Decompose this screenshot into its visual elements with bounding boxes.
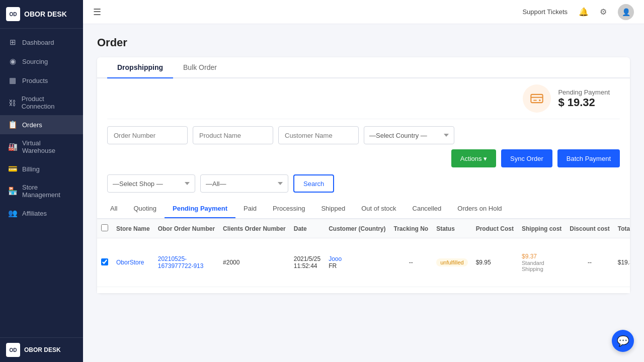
row-store-name: OborStore: [112, 238, 154, 287]
col-product-cost: Product Cost: [472, 219, 518, 238]
sidebar-item-affiliates[interactable]: 👥 Affiliates: [0, 204, 83, 223]
select-country-dropdown[interactable]: —Select Country —: [364, 126, 454, 144]
sync-order-button[interactable]: Sync Order: [501, 149, 552, 167]
order-tab-orders-on-hold[interactable]: Orders on Hold: [449, 200, 510, 218]
col-discount-cost: Discount cost: [566, 219, 613, 238]
page-title: Order: [97, 36, 630, 49]
topbar: ☰ Support Tickets 🔔 ⚙ 👤: [83, 0, 644, 24]
order-tab-cancelled[interactable]: Cancelled: [405, 200, 450, 218]
sidebar-nav: ⊞ Dashboard ◉ Sourcing ▦ Products ⛓ Prod…: [0, 29, 83, 337]
sidebar-item-label: Orders: [22, 121, 42, 129]
dashboard-icon: ⊞: [8, 38, 17, 47]
products-icon: ▦: [8, 76, 17, 85]
row-checkbox-cell: [97, 238, 112, 287]
sidebar-item-sourcing[interactable]: ◉ Sourcing: [0, 52, 83, 71]
col-status: Status: [432, 219, 471, 238]
order-tab-processing[interactable]: Processing: [265, 200, 313, 218]
row-status: unfulfilled: [432, 238, 471, 287]
order-status-tabs: All Quoting Pending Payment Paid Process…: [97, 200, 630, 219]
affiliates-icon: 👥: [8, 209, 17, 218]
sidebar-item-store-management[interactable]: 🏪 Store Management: [0, 178, 83, 204]
sidebar-footer: OD OBOR DESK: [0, 337, 83, 362]
footer-logo: OD: [6, 343, 20, 357]
orders-table-wrap: Store Name Obor Order Number Clients Ord…: [97, 219, 630, 293]
tab-bulk-order[interactable]: Bulk Order: [173, 57, 227, 78]
avatar[interactable]: 👤: [618, 4, 634, 20]
avatar-icon: 👤: [622, 8, 630, 16]
search-button[interactable]: Search: [293, 174, 334, 193]
order-tab-paid[interactable]: Paid: [235, 200, 265, 218]
sidebar-item-label: Store Management: [22, 184, 75, 199]
row-clients-order-number: #2000: [219, 238, 290, 287]
batch-payment-button[interactable]: Batch Payment: [557, 149, 620, 167]
main: ☰ Support Tickets 🔔 ⚙ 👤 Order Dropshippi…: [83, 0, 644, 362]
sidebar-item-virtual-warehouse[interactable]: 🏭 Virtual Warehouse: [0, 134, 83, 159]
table-row: OborStore 20210525-1673977722-913 #2000 …: [97, 238, 630, 287]
col-shipping-cost: Shipping cost: [518, 219, 566, 238]
order-number-input[interactable]: [107, 126, 188, 144]
store-name-link[interactable]: OborStore: [116, 259, 144, 266]
sidebar-item-dashboard[interactable]: ⊞ Dashboard: [0, 33, 83, 52]
content-area: Order Dropshipping Bulk Order: [83, 24, 644, 362]
customer-link[interactable]: Jooo: [329, 255, 385, 262]
app-name: OBOR DESK: [24, 10, 67, 18]
col-store-name: Store Name: [112, 219, 154, 238]
row-discount-cost: --: [566, 238, 613, 287]
sidebar-item-label: Affiliates: [22, 210, 47, 217]
obor-order-link[interactable]: 20210525-1673977722-913: [158, 255, 204, 269]
support-tickets-link[interactable]: Support Tickets: [522, 8, 568, 16]
pending-payment-widget: Pending Payment $ 19.32: [107, 78, 620, 119]
sidebar-item-orders[interactable]: 📋 Orders: [0, 115, 83, 134]
chat-widget[interactable]: 💬: [612, 330, 634, 352]
pending-payment-label: Pending Payment: [558, 88, 610, 96]
select-all-checkbox[interactable]: [101, 224, 108, 231]
hamburger-button[interactable]: ☰: [93, 7, 101, 18]
row-total-cost: $19.32: [614, 238, 630, 287]
customer-name-input[interactable]: [278, 126, 359, 144]
col-date: Date: [290, 219, 325, 238]
sidebar-item-label: Products: [22, 77, 48, 84]
sourcing-icon: ◉: [8, 57, 17, 66]
bell-icon[interactable]: 🔔: [579, 7, 589, 17]
row-customer: Jooo FR: [325, 238, 389, 287]
row-shipping-cost: $9.37 Standard Shipping: [518, 238, 566, 287]
sidebar-item-label: Virtual Warehouse: [22, 139, 75, 154]
row-checkbox[interactable]: [101, 258, 108, 265]
row-product-cost: $9.95: [472, 238, 518, 287]
row-obor-order-number: 20210525-1673977722-913: [154, 238, 219, 287]
svg-point-1: [539, 100, 541, 102]
order-tab-pending-payment[interactable]: Pending Payment: [165, 200, 235, 218]
status-badge: unfulfilled: [436, 258, 467, 266]
pending-payment-amount: $ 19.32: [558, 96, 610, 109]
sidebar-item-products[interactable]: ▦ Products: [0, 71, 83, 90]
sidebar: OD OBOR DESK ⊞ Dashboard ◉ Sourcing ▦ Pr…: [0, 0, 83, 362]
order-tab-out-of-stock[interactable]: Out of stock: [353, 200, 404, 218]
col-clients-order-number: Clients Order Number: [219, 219, 290, 238]
footer-app-name: OBOR DESK: [24, 346, 61, 353]
tab-dropshipping[interactable]: Dropshipping: [107, 57, 173, 78]
settings-icon[interactable]: ⚙: [600, 7, 607, 17]
order-tab-quoting[interactable]: Quoting: [125, 200, 165, 218]
row-date: 2021/5/25 11:52:44: [290, 238, 325, 287]
shipping-type: Standard Shipping: [522, 260, 561, 272]
product-connection-icon: ⛓: [8, 99, 17, 107]
col-checkbox: [97, 219, 112, 238]
product-name-input[interactable]: [193, 126, 273, 144]
sidebar-item-product-connection[interactable]: ⛓ Product Connection: [0, 90, 83, 115]
order-tab-all[interactable]: All: [102, 200, 125, 218]
sidebar-item-label: Billing: [22, 165, 40, 173]
pending-payment-icon: [523, 84, 551, 113]
sidebar-item-label: Product Connection: [22, 95, 75, 110]
col-obor-order-number: Obor Order Number: [154, 219, 219, 238]
billing-icon: 💳: [8, 164, 17, 173]
svg-rect-0: [531, 95, 543, 103]
order-card: Dropshipping Bulk Order Pendin: [97, 57, 630, 293]
sidebar-item-billing[interactable]: 💳 Billing: [0, 159, 83, 178]
chat-icon: 💬: [617, 335, 629, 347]
select-shop-dropdown[interactable]: —Select Shop —: [107, 174, 195, 193]
order-tab-shipped[interactable]: Shipped: [313, 200, 353, 218]
customer-country: FR: [329, 262, 385, 269]
all-dropdown[interactable]: —All—: [200, 174, 288, 193]
actions-button[interactable]: Actions ▾: [451, 149, 496, 167]
col-tracking-no: Tracking No: [390, 219, 433, 238]
